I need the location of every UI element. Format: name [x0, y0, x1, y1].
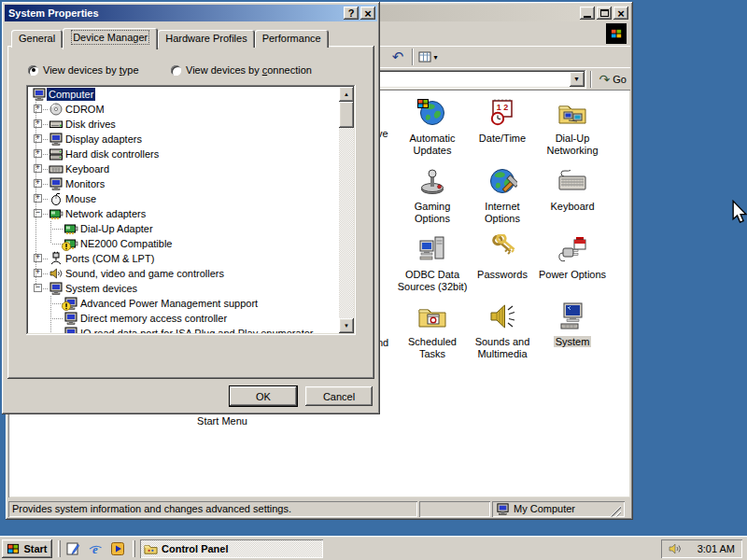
media-player-icon[interactable] — [110, 541, 125, 556]
show-desktop-icon[interactable] — [65, 541, 80, 556]
tree-item-label: Direct memory access controller — [78, 312, 229, 325]
cp-icon-internet-options[interactable]: InternetOptions — [463, 166, 542, 225]
ports-icon — [49, 251, 63, 266]
tree-item-label: Sound, video and game controllers — [63, 267, 226, 280]
cp-icon-label-line: Sources (32bit) — [396, 281, 470, 292]
dialog-close-button[interactable] — [360, 7, 375, 20]
status-message: Provides system information and changes … — [12, 503, 291, 514]
cp-icon-keyboard[interactable]: Keyboard — [533, 166, 612, 213]
tree-item-advanced-power-management-support[interactable]: Advanced Power Management support — [28, 296, 337, 311]
dialog-title: System Properties — [8, 7, 344, 19]
tab-strip: GeneralDevice ManagerHardware ProfilesPe… — [11, 27, 329, 48]
tree-item-computer[interactable]: Computer — [28, 87, 337, 102]
tree-item-keyboard[interactable]: +Keyboard — [28, 161, 337, 176]
taskbar-handle[interactable] — [133, 540, 135, 557]
help-button[interactable] — [344, 7, 359, 20]
tree-item-direct-memory-access-controller[interactable]: Direct memory access controller — [28, 311, 337, 326]
cp-icon-label: System — [533, 336, 612, 348]
radio-circle[interactable] — [28, 65, 38, 76]
cancel-button[interactable]: Cancel — [305, 386, 373, 406]
tab-hardware-profiles[interactable]: Hardware Profiles — [158, 30, 254, 48]
internet-options-icon — [487, 166, 517, 196]
tab-device-manager[interactable]: Device Manager — [63, 28, 158, 49]
cp-icon-label-line: Gaming — [413, 201, 453, 212]
minimize-button[interactable] — [580, 7, 595, 20]
internet-explorer-icon[interactable] — [88, 541, 103, 556]
cp-icon-label-line: Date/Time — [477, 133, 528, 144]
start-button[interactable]: Start — [2, 539, 52, 558]
tree-item-ports-com-lpt[interactable]: +Ports (COM & LPT) — [28, 251, 337, 266]
tree-item-hard-disk-controllers[interactable]: +Hard disk controllers — [28, 147, 337, 161]
cp-icon-passwords[interactable]: Passwords — [463, 234, 542, 281]
tree-item-system-devices[interactable]: −System devices — [28, 281, 337, 296]
tab-performance[interactable]: Performance — [255, 30, 329, 48]
tree-item-label: Computer — [47, 88, 95, 101]
cp-icon-date-time[interactable]: Date/Time — [463, 98, 542, 145]
radio-circle[interactable] — [171, 65, 181, 76]
tree-guide-line — [50, 296, 51, 333]
scroll-up-button[interactable]: ▲ — [339, 87, 354, 102]
ok-button[interactable]: OK — [230, 386, 297, 406]
tree-scrollbar[interactable]: ▲ ▼ — [339, 87, 354, 333]
views-dropdown-arrow: ▾ — [433, 53, 437, 62]
cp-icon-label-line: Sounds and — [473, 336, 532, 347]
tree-item-ne2000-compatible[interactable]: NE2000 Compatible — [28, 236, 337, 251]
cp-icon-label-line: Options — [483, 213, 522, 224]
scroll-thumb[interactable] — [339, 102, 354, 128]
task-button-control-panel[interactable]: Control Panel — [140, 539, 323, 558]
status-zone-panel: My Computer — [492, 501, 625, 517]
maximize-button[interactable] — [597, 7, 612, 20]
minimize-icon — [584, 16, 591, 18]
cp-icon-scheduled-tasks[interactable]: ScheduledTasks — [393, 301, 472, 360]
cp-icon-label-line: System — [554, 336, 592, 347]
system-properties-dialog: System Properties GeneralDevice ManagerH… — [2, 2, 380, 414]
windows-logo-throbber — [606, 23, 627, 44]
views-button[interactable]: ▾ — [417, 48, 438, 66]
cp-icon-system[interactable]: System — [533, 301, 612, 348]
radio-view-devices-by-connection[interactable]: View devices by connection — [171, 64, 312, 76]
go-arrow-icon: ↷ — [599, 72, 611, 87]
cp-icon-dial-up-networking[interactable]: Dial-UpNetworking — [533, 98, 612, 157]
undo-button[interactable]: ↶ — [388, 48, 408, 66]
computer-icon — [32, 87, 47, 102]
go-button[interactable]: ↷ Go — [596, 70, 630, 89]
tree-item-label: Ports (COM & LPT) — [63, 252, 156, 265]
cp-icon-automatic-updates[interactable]: AutomaticUpdates — [393, 98, 472, 157]
quicklaunch-handle[interactable] — [58, 540, 61, 557]
volume-icon[interactable] — [667, 541, 682, 556]
tree-connector — [52, 229, 63, 230]
cp-icon-label: Sounds andMultimedia — [463, 336, 542, 360]
cp-icon-power-options[interactable]: Power Options — [533, 234, 612, 281]
close-button[interactable] — [613, 7, 628, 20]
tree-item-io-read-data-port-for-isa-plug-and-play-enumerator[interactable]: IO read data port for ISA Plug and Play … — [28, 326, 337, 333]
tree-item-cdrom[interactable]: +CDROM — [28, 102, 337, 117]
cp-icon-label: Date/Time — [463, 133, 542, 145]
cp-icon-label-line: Automatic — [408, 133, 458, 144]
windows-flag-icon — [7, 542, 21, 556]
status-zone-label: My Computer — [514, 503, 575, 514]
cp-icon-label-line: Options — [413, 213, 452, 224]
tree-item-disk-drives[interactable]: +Disk drives — [28, 117, 337, 132]
cp-icon-sounds-and-multimedia[interactable]: Sounds andMultimedia — [463, 301, 542, 360]
tree-item-mouse[interactable]: +Mouse — [28, 191, 337, 206]
system-icon — [557, 301, 587, 331]
resize-grip[interactable] — [610, 506, 621, 517]
radio-view-devices-by-type[interactable]: View devices by type — [28, 64, 139, 76]
cp-icon-odbc-data-sources-32bit[interactable]: ODBC DataSources (32bit) — [393, 234, 472, 293]
tab-general[interactable]: General — [11, 30, 63, 48]
cp-icon-gaming-options[interactable]: GamingOptions — [393, 166, 472, 225]
tree-item-dial-up-adapter[interactable]: Dial-Up Adapter — [28, 221, 337, 236]
tree-item-network-adapters[interactable]: −Network adapters — [28, 206, 337, 221]
tree-item-label: Display adapters — [63, 133, 144, 146]
cp-icon-label: InternetOptions — [463, 201, 542, 225]
control-panel-folder-icon — [144, 542, 158, 556]
tree-item-monitors[interactable]: +Monitors — [28, 176, 337, 191]
tree-item-sound-video-and-game-controllers[interactable]: +Sound, video and game controllers — [28, 266, 337, 281]
cp-icon-label-line: Passwords — [475, 269, 529, 280]
mouse-cursor — [731, 200, 747, 224]
tree-item-label: NE2000 Compatible — [78, 237, 174, 250]
scroll-down-button[interactable]: ▼ — [339, 318, 354, 333]
dialog-titlebar[interactable]: System Properties — [5, 5, 377, 21]
tree-item-display-adapters[interactable]: +Display adapters — [28, 132, 337, 147]
address-dropdown-button[interactable]: ▼ — [570, 72, 585, 87]
